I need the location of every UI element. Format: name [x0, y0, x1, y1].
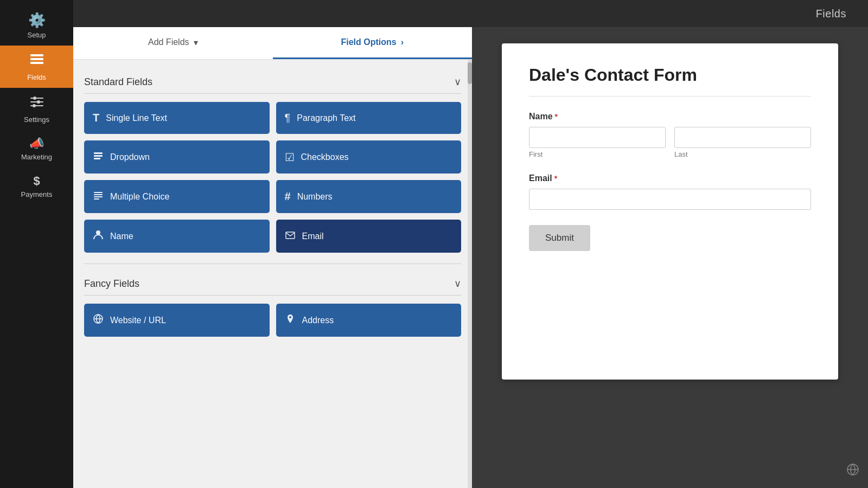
form-email-label: Email * — [529, 174, 811, 183]
name-inputs: First Last — [529, 127, 811, 158]
last-name-input[interactable] — [674, 127, 811, 148]
dropdown-icon — [93, 150, 104, 164]
field-btn-checkboxes-label: Checkboxes — [301, 152, 349, 162]
field-btn-name[interactable]: Name — [84, 220, 270, 253]
marketing-icon: 📣 — [29, 137, 44, 151]
svg-rect-1 — [30, 58, 43, 60]
field-btn-numbers-label: Numbers — [297, 192, 333, 202]
field-btn-name-label: Name — [110, 232, 133, 241]
field-btn-address[interactable]: Address — [276, 304, 462, 337]
tab-add-fields-chevron: ▾ — [194, 37, 198, 48]
submit-button[interactable]: Submit — [529, 225, 590, 251]
standard-fields-title: Standard Fields — [84, 76, 152, 88]
numbers-icon: # — [285, 190, 291, 203]
fancy-fields-chevron[interactable]: ∨ — [454, 278, 461, 290]
right-panel: Dale's Contact Form Name * First Last — [472, 27, 868, 488]
field-btn-paragraph-text-label: Paragraph Text — [297, 113, 355, 123]
left-panel: Add Fields ▾ Field Options › Standard Fi… — [73, 27, 472, 488]
header-title: Fields — [816, 8, 846, 20]
setup-icon: ⚙️ — [28, 12, 46, 29]
main-content: Fields Add Fields ▾ Field Options › Stan… — [73, 0, 868, 488]
field-btn-dropdown-label: Dropdown — [110, 152, 150, 162]
first-name-sublabel: First — [529, 150, 666, 158]
tab-add-fields[interactable]: Add Fields ▾ — [73, 27, 273, 59]
svg-rect-18 — [94, 198, 99, 200]
svg-rect-14 — [94, 158, 100, 159]
field-btn-single-line-text[interactable]: T Single Line Text — [84, 102, 270, 134]
payments-icon: $ — [33, 174, 40, 188]
form-email-group: Email * — [529, 174, 811, 210]
svg-point-19 — [96, 230, 100, 235]
svg-rect-15 — [94, 192, 103, 193]
globe-icon — [846, 463, 859, 479]
email-input[interactable] — [529, 189, 811, 210]
fancy-fields-title: Fancy Fields — [84, 278, 139, 290]
standard-fields-chevron[interactable]: ∨ — [454, 76, 461, 88]
last-name-sublabel: Last — [674, 150, 811, 158]
sidebar-item-marketing[interactable]: 📣 Marketing — [0, 130, 73, 168]
field-btn-website-url[interactable]: Website / URL — [84, 304, 270, 337]
fields-icon — [29, 52, 44, 71]
fancy-fields-grid: Website / URL Address — [84, 304, 461, 337]
field-btn-paragraph-text[interactable]: ¶ Paragraph Text — [276, 102, 462, 134]
sidebar-item-setup[interactable]: ⚙️ Setup — [0, 5, 73, 46]
form-preview: Dale's Contact Form Name * First Last — [502, 43, 838, 380]
name-required-star: * — [555, 112, 558, 121]
address-icon — [285, 313, 296, 327]
website-url-icon — [93, 313, 104, 327]
svg-rect-16 — [94, 194, 103, 195]
field-btn-address-label: Address — [302, 316, 334, 325]
sidebar: ⚙️ Setup Fields Sett — [0, 0, 73, 488]
field-btn-multiple-choice-label: Multiple Choice — [110, 192, 169, 202]
form-title: Dale's Contact Form — [529, 65, 811, 85]
form-name-group: Name * First Last — [529, 112, 811, 158]
section-divider-fancy — [84, 264, 461, 264]
sidebar-item-payments[interactable]: $ Payments — [0, 168, 73, 205]
sidebar-item-settings[interactable]: Settings — [0, 88, 73, 130]
svg-rect-13 — [94, 155, 103, 157]
standard-fields-grid: T Single Line Text ¶ Paragraph Text — [84, 102, 461, 253]
form-divider — [529, 96, 811, 97]
sidebar-item-label-fields: Fields — [27, 73, 46, 81]
field-btn-numbers[interactable]: # Numbers — [276, 180, 462, 213]
first-name-input[interactable] — [529, 127, 666, 148]
svg-point-11 — [33, 104, 36, 107]
field-btn-checkboxes[interactable]: ☑ Checkboxes — [276, 140, 462, 174]
field-btn-multiple-choice[interactable]: Multiple Choice — [84, 180, 270, 213]
field-btn-website-url-label: Website / URL — [110, 316, 166, 325]
name-icon — [93, 229, 104, 243]
settings-icon — [29, 94, 44, 113]
paragraph-text-icon: ¶ — [285, 112, 291, 124]
fields-scroll[interactable]: Standard Fields ∨ T Single Line Text ¶ P… — [73, 60, 472, 488]
svg-rect-12 — [94, 152, 103, 154]
svg-rect-5 — [30, 101, 38, 102]
sidebar-item-fields[interactable]: Fields — [0, 46, 73, 88]
field-btn-single-line-text-label: Single Line Text — [106, 113, 167, 123]
svg-rect-0 — [30, 54, 43, 56]
scrollbar[interactable] — [468, 60, 472, 488]
tab-add-fields-label: Add Fields — [148, 37, 189, 47]
tab-field-options[interactable]: Field Options › — [273, 27, 473, 59]
first-name-wrap: First — [529, 127, 666, 158]
sidebar-item-label-marketing: Marketing — [21, 153, 52, 161]
svg-rect-8 — [35, 105, 43, 106]
tab-field-options-label: Field Options — [341, 37, 396, 47]
fancy-fields-header: Fancy Fields ∨ — [84, 272, 461, 296]
multiple-choice-icon — [93, 190, 104, 203]
standard-fields-header: Standard Fields ∨ — [84, 70, 461, 94]
sidebar-item-label-setup: Setup — [28, 31, 46, 39]
email-required-star: * — [554, 174, 557, 183]
sidebar-item-label-settings: Settings — [24, 115, 49, 124]
tab-field-options-chevron: › — [401, 37, 404, 47]
field-btn-dropdown[interactable]: Dropdown — [84, 140, 270, 174]
single-line-text-icon: T — [93, 112, 99, 124]
field-btn-email[interactable]: Email — [276, 220, 462, 253]
email-icon — [285, 229, 296, 243]
tabs: Add Fields ▾ Field Options › — [73, 27, 472, 60]
svg-rect-17 — [94, 196, 103, 197]
sidebar-item-label-payments: Payments — [21, 190, 53, 198]
form-name-label: Name * — [529, 112, 811, 121]
svg-point-10 — [37, 100, 40, 104]
svg-rect-2 — [30, 62, 43, 64]
last-name-wrap: Last — [674, 127, 811, 158]
